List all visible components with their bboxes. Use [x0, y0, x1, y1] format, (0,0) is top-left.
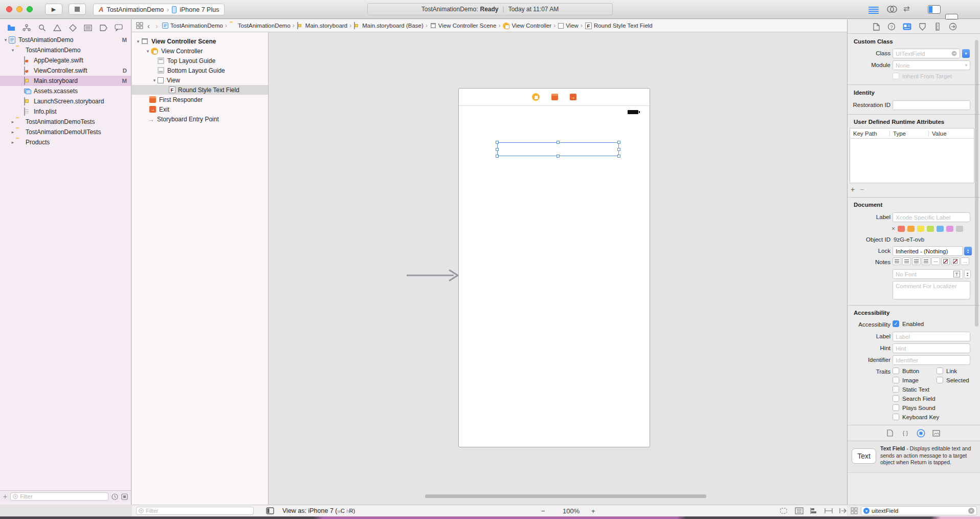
breadcrumb[interactable]: Main.storyboard (Base) ›	[354, 22, 428, 29]
align-right-button[interactable]	[912, 257, 921, 265]
exit-icon[interactable]: →	[570, 94, 576, 100]
tree-row-group[interactable]: ▾ TostAnimationDemo	[0, 45, 131, 55]
resize-handle[interactable]	[617, 155, 620, 158]
trait-link-checkbox[interactable]: Link	[937, 367, 957, 374]
a11y-identifier-field[interactable]: Identifier	[893, 355, 970, 365]
related-items-button[interactable]	[136, 22, 143, 29]
zoom-out-button[interactable]: −	[541, 507, 545, 515]
object-library-tab-selected[interactable]	[916, 428, 926, 438]
column-header-type[interactable]: Type	[890, 131, 929, 137]
trait-image-checkbox[interactable]: Image	[893, 377, 919, 383]
tree-row-group[interactable]: ▸ Products	[0, 137, 131, 147]
connections-inspector-tab[interactable]	[948, 22, 958, 31]
color-swatch[interactable]	[956, 226, 963, 232]
color-swatch[interactable]	[937, 226, 944, 232]
breadcrumb[interactable]: View ›	[558, 22, 583, 29]
checkbox-checked-icon[interactable]: ✓	[893, 320, 899, 327]
zoom-in-button[interactable]: +	[591, 507, 595, 515]
add-file-button[interactable]: +	[3, 492, 7, 501]
outline-row-view-controller[interactable]: ▾ View Controller	[132, 46, 268, 56]
disclosure-icon[interactable]: ▸	[10, 119, 16, 124]
disclosure-icon[interactable]: ▾	[3, 37, 9, 42]
debug-navigator-tab[interactable]	[83, 23, 93, 33]
class-field[interactable]: UITextField	[893, 49, 960, 58]
outline-row-bottom-guide[interactable]: Bottom Layout Guide	[132, 66, 268, 75]
font-picker-icon[interactable]: T	[953, 271, 960, 277]
disclosure-icon[interactable]: ▸	[10, 129, 16, 135]
selected-text-field[interactable]	[497, 142, 619, 156]
no-stroke-button[interactable]	[951, 257, 960, 265]
align-justify-button[interactable]	[922, 257, 930, 265]
disclosure-icon[interactable]: ▾	[145, 49, 151, 54]
outline-row-exit[interactable]: → Exit	[132, 104, 268, 114]
inspector-scrollbar[interactable]	[975, 40, 978, 327]
code-snippet-library-tab[interactable]: { }	[900, 428, 910, 438]
align-left-button[interactable]	[893, 257, 901, 265]
inherit-from-target-checkbox[interactable]: Inherit From Target	[893, 73, 952, 79]
color-swatch[interactable]	[898, 226, 905, 232]
color-swatch[interactable]	[946, 226, 953, 232]
storyboard-entry-point-arrow[interactable]	[406, 268, 461, 283]
tree-row-file[interactable]: Assets.xcassets	[0, 86, 131, 96]
find-navigator-tab[interactable]	[37, 23, 47, 33]
storyboard-canvas[interactable]: →	[269, 32, 847, 505]
minimize-window-button[interactable]	[16, 6, 23, 12]
library-grid-view-button[interactable]	[851, 507, 858, 514]
project-navigator-tab[interactable]	[6, 23, 16, 33]
disclosure-icon[interactable]: ▾	[151, 78, 158, 83]
resize-handle[interactable]	[496, 141, 499, 144]
view-as-label[interactable]: View as: iPhone 7 (wC hR)	[282, 507, 355, 514]
tree-row-group[interactable]: ▸ TostAnimationDemoUITests	[0, 127, 131, 137]
view-controller-frame[interactable]: →	[458, 88, 650, 447]
align-button[interactable]	[810, 507, 818, 514]
recent-files-button[interactable]	[112, 493, 118, 500]
trait-search-field-checkbox[interactable]: Search Field	[893, 395, 936, 402]
first-responder-icon[interactable]	[551, 94, 558, 100]
document-label-field[interactable]: Xcode Specific Label	[893, 212, 970, 222]
scheme-selector[interactable]: A TostAnimationDemo › iPhone 7 Plus	[93, 4, 225, 15]
outline-row-view[interactable]: ▾ View	[132, 75, 268, 85]
go-forward-button[interactable]: ›	[154, 21, 160, 30]
resize-handle[interactable]	[556, 155, 560, 158]
checkbox-icon[interactable]	[893, 73, 899, 79]
library-search-field[interactable]: ▾ uitextField ×	[861, 506, 977, 515]
identity-inspector-tab-selected[interactable]	[902, 22, 912, 31]
symbol-navigator-tab[interactable]	[21, 23, 32, 33]
add-constraints-button[interactable]	[825, 507, 833, 514]
toggle-outline-button[interactable]	[266, 507, 274, 514]
size-inspector-tab[interactable]	[932, 22, 943, 31]
disclosure-icon[interactable]: ▸	[10, 140, 16, 145]
breadcrumb[interactable]: TostAnimationDemo ›	[230, 22, 295, 29]
standard-editor-button[interactable]	[868, 6, 879, 15]
align-center-button[interactable]	[902, 257, 911, 265]
clear-color-button[interactable]: ×	[892, 225, 895, 232]
run-destination[interactable]: iPhone 7 Plus	[180, 6, 219, 13]
outline-row-entry-point[interactable]: → Storyboard Entry Point	[132, 114, 268, 124]
trait-selected-checkbox[interactable]: Selected	[937, 377, 969, 383]
trait-keyboard-key-checkbox[interactable]: Keyboard Key	[893, 414, 939, 420]
tree-row-file-selected[interactable]: Main.storyboard M	[0, 76, 131, 86]
no-fill-button[interactable]	[941, 257, 950, 265]
resize-handle[interactable]	[556, 141, 560, 144]
breadcrumb[interactable]: View Controller ›	[503, 22, 555, 29]
update-frames-button[interactable]	[779, 507, 788, 514]
restoration-id-field[interactable]	[893, 100, 970, 110]
report-navigator-tab[interactable]	[114, 23, 124, 33]
color-swatch[interactable]	[917, 226, 924, 232]
scm-status-filter-button[interactable]	[121, 493, 128, 500]
color-swatch[interactable]	[927, 226, 934, 232]
file-inspector-tab[interactable]	[871, 22, 881, 31]
file-template-library-tab[interactable]	[885, 428, 895, 438]
accessibility-enabled-checkbox[interactable]: ✓ Enabled	[893, 320, 924, 327]
library-item-text-field[interactable]: Text Text Field - Displays editable text…	[848, 441, 980, 473]
tree-row-file[interactable]: ViewController.swift D	[0, 66, 131, 76]
color-swatch[interactable]	[907, 226, 915, 232]
media-library-tab[interactable]	[931, 428, 941, 438]
disclosure-icon[interactable]: ▾	[135, 39, 141, 44]
trait-plays-sound-checkbox[interactable]: Plays Sound	[893, 404, 936, 411]
column-header-key-path[interactable]: Key Path	[850, 131, 890, 137]
outline-row-scene[interactable]: ▾ View Controller Scene	[132, 36, 268, 46]
remove-attribute-button[interactable]: −	[860, 185, 864, 193]
breadcrumb[interactable]: Main.storyboard ›	[297, 22, 351, 29]
close-window-button[interactable]	[6, 6, 12, 12]
